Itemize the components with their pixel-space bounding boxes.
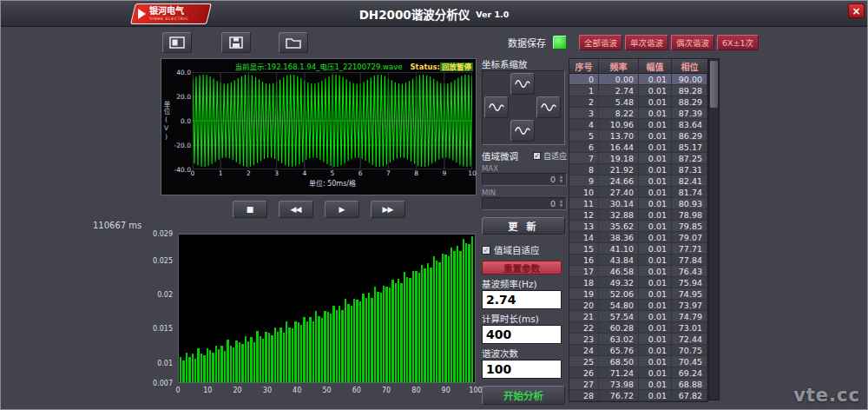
table-row[interactable]: 1849.320.0175.94: [569, 277, 707, 288]
table-row[interactable]: 2157.540.0174.79: [569, 311, 707, 322]
table-row[interactable]: 25.480.0188.29: [569, 96, 707, 108]
table-row[interactable]: 1746.580.0176.43: [569, 266, 707, 277]
table-row[interactable]: 924.660.0182.41: [569, 175, 707, 187]
spinner-icon[interactable]: ▲▼: [557, 174, 565, 185]
table-row[interactable]: 2363.020.0172.44: [569, 334, 707, 345]
zoom-amplitude-compress-button[interactable]: [510, 120, 535, 142]
table-row[interactable]: 2465.760.0170.75: [569, 345, 707, 356]
autoscale-checkbox[interactable]: ✓ 值域自适应: [482, 243, 567, 256]
filter-6x1-harmonics-button[interactable]: 6X±1次: [717, 35, 759, 50]
table-cell: 0.01: [639, 232, 672, 242]
table-row[interactable]: 2773.980.0168.88: [569, 379, 707, 390]
table-row[interactable]: 00.000.0190.00: [569, 74, 707, 85]
filter-all-harmonics-button[interactable]: 全部谐波: [579, 35, 622, 50]
table-row[interactable]: 719.180.0187.25: [569, 153, 707, 164]
data-save-indicator[interactable]: [553, 36, 567, 50]
duration-input[interactable]: 400: [482, 325, 562, 344]
harmonic-bar: [203, 355, 205, 382]
spectrum-y-axis: 0.0290.0250.020.0150.010.007: [143, 234, 176, 383]
open-file-button[interactable]: [279, 32, 308, 53]
harmonic-bar: [377, 292, 378, 382]
adaptive-checkbox[interactable]: ✓ 自适应: [533, 150, 567, 162]
stop-button[interactable]: ■: [233, 201, 267, 218]
fundamental-freq-input[interactable]: 2.74: [482, 290, 562, 309]
watermark: vte.cc: [793, 385, 860, 406]
table-row[interactable]: 616.440.0185.17: [569, 142, 707, 153]
table-row[interactable]: 821.920.0187.31: [569, 164, 707, 175]
axis-tick-label: 0.025: [153, 257, 173, 265]
reset-params-button[interactable]: 重置参数: [482, 261, 562, 274]
table-row[interactable]: 1027.400.0181.74: [569, 187, 707, 198]
table-cell: 0.01: [639, 300, 672, 310]
table-row[interactable]: 1232.880.0178.98: [569, 209, 707, 221]
table-cell: 0.01: [639, 209, 672, 220]
start-analysis-button[interactable]: 开始分析: [482, 386, 565, 405]
table-row[interactable]: 1952.060.0174.95: [569, 288, 707, 300]
harmonic-bar: [292, 328, 293, 382]
table-cell: 60.28: [599, 322, 639, 333]
table-row[interactable]: 1541.100.0177.71: [569, 243, 707, 255]
zoom-time-compress-button[interactable]: [484, 96, 509, 118]
table-row[interactable]: 1438.360.0179.07: [569, 232, 707, 243]
table-cell: 5: [569, 130, 599, 141]
scope-view-button[interactable]: [162, 32, 192, 53]
min-input[interactable]: 0 ▲▼: [482, 197, 567, 210]
table-row[interactable]: 38.220.0187.39: [569, 108, 707, 119]
table-cell: 20: [569, 300, 599, 310]
waveform-y-axis: 40.020.00.0-20.0-40.0: [171, 72, 193, 169]
harmonic-order-input[interactable]: 100: [482, 360, 562, 379]
zoom-section-title: 坐标系缩放: [482, 58, 567, 70]
close-button[interactable]: ×: [848, 3, 865, 18]
axis-tick-label: 0.0: [181, 117, 191, 125]
fundamental-freq-label: 基波频率(Hz): [482, 279, 567, 290]
table-row[interactable]: 1643.840.0177.84: [569, 255, 707, 266]
zoom-amplitude-expand-button[interactable]: [510, 73, 535, 95]
control-panel: 坐标系缩放 值域微调 ✓ 自适应 MAX 0 ▲▼: [482, 58, 567, 406]
stop-icon: ■: [247, 205, 253, 214]
table-row[interactable]: 2671.240.0169.24: [569, 367, 707, 379]
max-input[interactable]: 0 ▲▼: [482, 173, 567, 186]
table-row[interactable]: 2054.800.0173.97: [569, 300, 707, 311]
axis-tick-label: 0: [175, 387, 180, 394]
play-button[interactable]: ▶: [325, 201, 359, 218]
table-cell: 12: [569, 209, 599, 220]
table-cell: 38.36: [599, 232, 639, 242]
filter-odd-harmonics-button[interactable]: 单次谐波: [625, 35, 668, 50]
harmonic-bar: [336, 310, 338, 382]
table-row[interactable]: 2260.280.0173.01: [569, 322, 707, 334]
harmonic-bar: [468, 244, 470, 382]
scrollbar-thumb[interactable]: [710, 61, 718, 108]
harmonic-bar: [430, 268, 431, 382]
brand-name-en: YINHE ELECTRIC: [149, 17, 188, 22]
table-scrollbar[interactable]: [708, 58, 720, 400]
harmonic-table: 序号 频率 幅值 相位 00.000.0190.0012.740.0189.28…: [569, 58, 708, 402]
update-button[interactable]: 更 新: [482, 217, 565, 235]
table-cell: 0.01: [639, 243, 672, 254]
table-row[interactable]: 2568.500.0170.45: [569, 356, 707, 367]
save-file-button[interactable]: [221, 32, 251, 53]
spinner-icon[interactable]: ▲▼: [557, 198, 565, 209]
table-cell: 0.01: [639, 345, 672, 355]
harmonic-bar: [418, 273, 420, 382]
table-row[interactable]: 1335.620.0179.85: [569, 221, 707, 232]
harmonic-bar: [318, 316, 319, 382]
harmonic-bar: [330, 314, 332, 382]
table-cell: 21.92: [599, 164, 639, 175]
filter-even-harmonics-button[interactable]: 偶次谐波: [671, 35, 714, 50]
table-row[interactable]: 1130.140.0180.93: [569, 198, 707, 209]
table-row[interactable]: 513.700.0186.29: [569, 130, 707, 142]
axis-tick-label: 60: [352, 387, 361, 394]
harmonic-bar: [306, 321, 308, 382]
harmonic-bar: [288, 327, 290, 382]
brand-logo: 银河电气 YINHE ELECTRIC: [130, 3, 212, 24]
rewind-button[interactable]: ◀◀: [279, 201, 313, 218]
table-row[interactable]: 12.740.0189.28: [569, 85, 707, 96]
zoom-time-expand-button[interactable]: [536, 96, 561, 118]
fast-forward-button[interactable]: ▶▶: [371, 201, 405, 218]
table-row[interactable]: 2876.720.0167.82: [569, 390, 707, 401]
harmonic-bar: [271, 335, 273, 382]
harmonic-bar: [265, 332, 266, 382]
harmonic-bar: [224, 351, 226, 382]
table-row[interactable]: 410.960.0183.64: [569, 119, 707, 130]
rewind-icon: ◀◀: [291, 205, 301, 214]
